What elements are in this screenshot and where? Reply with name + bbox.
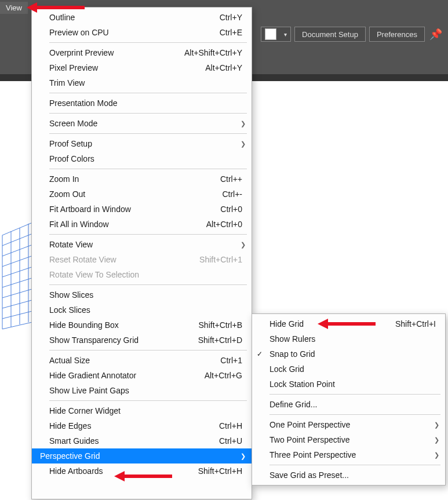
menu-actual-size[interactable]: Actual SizeCtrl+1: [32, 353, 252, 368]
menu-reset-rotate: Reset Rotate ViewShift+Ctrl+1: [32, 252, 252, 267]
separator: [269, 414, 440, 415]
submenu-snap-to-grid[interactable]: ✓Snap to Grid: [252, 346, 445, 362]
menu-proof-colors[interactable]: Proof Colors: [32, 151, 252, 166]
menu-hide-artboards[interactable]: Hide ArtboardsShift+Ctrl+H: [32, 463, 252, 479]
submenu-two-point[interactable]: Two Point Perspective❯: [252, 432, 445, 447]
menu-hide-gradient-annotator[interactable]: Hide Gradient AnnotatorAlt+Ctrl+G: [32, 368, 252, 383]
menu-zoom-out[interactable]: Zoom OutCtrl+-: [32, 187, 252, 202]
separator: [49, 169, 247, 169]
menu-hide-bounding-box[interactable]: Hide Bounding BoxShift+Ctrl+B: [32, 317, 252, 333]
menu-show-transparency-grid[interactable]: Show Transparency GridShift+Ctrl+D: [32, 333, 252, 348]
document-setup-button[interactable]: Document Setup: [294, 27, 366, 42]
separator: [49, 133, 247, 134]
menu-hide-corner-widget[interactable]: Hide Corner Widget: [32, 403, 252, 418]
menu-presentation-mode[interactable]: Presentation Mode: [32, 96, 252, 111]
separator: [49, 234, 247, 235]
menubar-view[interactable]: View: [0, 2, 28, 14]
menu-overprint-preview[interactable]: Overprint PreviewAlt+Shift+Ctrl+Y: [32, 45, 252, 60]
menu-lock-slices[interactable]: Lock Slices: [32, 302, 252, 317]
menu-zoom-in[interactable]: Zoom InCtrl++: [32, 171, 252, 187]
submenu-show-rulers[interactable]: Show Rulers: [252, 331, 445, 346]
chevron-right-icon: ❯: [241, 120, 246, 127]
separator: [269, 465, 440, 465]
menu-show-slices[interactable]: Show Slices: [32, 287, 252, 302]
menu-show-live-paint-gaps[interactable]: Show Live Paint Gaps: [32, 383, 252, 398]
chevron-right-icon: ❯: [434, 436, 439, 444]
separator: [49, 284, 247, 285]
menu-screen-mode[interactable]: Screen Mode❯: [32, 116, 252, 131]
submenu-three-point[interactable]: Three Point Perspective❯: [252, 447, 445, 462]
submenu-save-grid-preset[interactable]: Save Grid as Preset...: [252, 468, 445, 483]
swatch-dropdown[interactable]: ▾: [261, 27, 291, 42]
submenu-lock-grid[interactable]: Lock Grid: [252, 362, 445, 377]
menu-fit-artboard[interactable]: Fit Artboard in WindowCtrl+0: [32, 202, 252, 217]
chevron-right-icon: ❯: [241, 452, 246, 460]
menu-hide-edges[interactable]: Hide EdgesCtrl+H: [32, 418, 252, 433]
separator: [269, 394, 440, 395]
swatch-color: [265, 28, 276, 40]
submenu-hide-grid[interactable]: Hide GridShift+Ctrl+I: [252, 316, 445, 331]
menu-trim-view[interactable]: Trim View: [32, 75, 252, 90]
separator: [49, 113, 247, 114]
menu-proof-setup[interactable]: Proof Setup❯: [32, 136, 252, 151]
menu-outline[interactable]: OutlineCtrl+Y: [32, 10, 252, 25]
chevron-right-icon: ❯: [241, 140, 246, 148]
menu-rotate-to-selection: Rotate View To Selection: [32, 267, 252, 282]
submenu-define-grid[interactable]: Define Grid...: [252, 397, 445, 412]
submenu-lock-station-point[interactable]: Lock Station Point: [252, 377, 445, 392]
separator: [49, 93, 247, 93]
chevron-right-icon: ❯: [434, 421, 439, 429]
submenu-one-point[interactable]: One Point Perspective❯: [252, 417, 445, 432]
view-menu-dropdown: OutlineCtrl+Y Preview on CPUCtrl+E Overp…: [31, 7, 252, 499]
menu-pixel-preview[interactable]: Pixel PreviewAlt+Ctrl+Y: [32, 60, 252, 75]
pin-icon[interactable]: 📌: [428, 27, 443, 42]
menu-smart-guides[interactable]: Smart GuidesCtrl+U: [32, 433, 252, 448]
separator: [49, 350, 247, 351]
chevron-right-icon: ❯: [241, 241, 246, 249]
menu-rotate-view[interactable]: Rotate View❯: [32, 237, 252, 252]
preferences-button[interactable]: Preferences: [369, 27, 425, 42]
menu-fit-all[interactable]: Fit All in WindowAlt+Ctrl+0: [32, 217, 252, 232]
perspective-grid-submenu: Hide GridShift+Ctrl+I Show Rulers ✓Snap …: [252, 313, 446, 486]
check-icon: ✓: [257, 350, 263, 358]
menu-preview-cpu[interactable]: Preview on CPUCtrl+E: [32, 25, 252, 40]
separator: [49, 42, 247, 43]
chevron-right-icon: ❯: [434, 451, 439, 459]
chevron-down-icon: ▾: [280, 31, 290, 38]
toolbar-row: ▾ Document Setup Preferences 📌: [261, 27, 443, 42]
menu-perspective-grid[interactable]: Perspective Grid❯: [32, 448, 252, 463]
separator: [49, 400, 247, 401]
